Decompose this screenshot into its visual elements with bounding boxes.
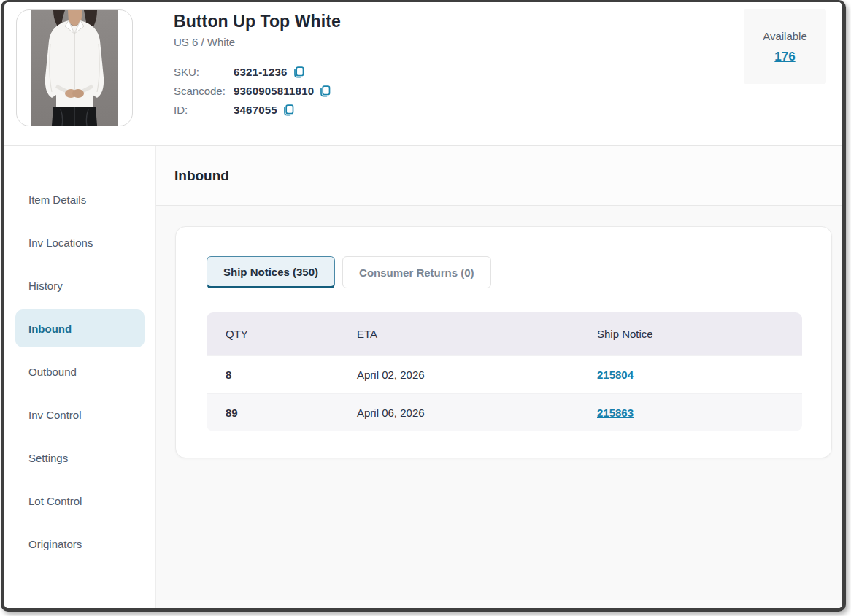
sidebar-item-inv-control[interactable]: Inv Control [15, 396, 145, 434]
sidebar-item-lot-control[interactable]: Lot Control [15, 482, 145, 520]
ship-notices-table: QTY ETA Ship Notice 8 April 02, 2026 215… [207, 312, 802, 431]
product-photo [16, 9, 133, 126]
sidebar-item-originators[interactable]: Originators [15, 525, 145, 563]
content-area: Ship Notices (350) Consumer Returns (0) … [156, 206, 842, 608]
sidebar-item-settings[interactable]: Settings [15, 439, 145, 477]
column-header-ship-notice: Ship Notice [597, 312, 802, 355]
sidebar: Item Details Inv Locations History Inbou… [4, 146, 156, 608]
table-header-row: QTY ETA Ship Notice [207, 312, 802, 355]
copy-scancode-button[interactable] [319, 85, 331, 97]
product-photo-illustration [31, 10, 118, 126]
sidebar-item-history[interactable]: History [15, 266, 145, 304]
main-pane: Inbound Ship Notices (350) Consumer Retu… [156, 146, 842, 608]
qty-cell: 89 [207, 393, 357, 431]
sidebar-item-outbound[interactable]: Outbound [15, 353, 145, 390]
ship-notice-link[interactable]: 215863 [597, 407, 634, 419]
copy-id-button[interactable] [282, 104, 294, 116]
eta-cell: April 06, 2026 [357, 393, 597, 431]
product-id-fields: SKU: 6321-1236 Scancode: 9360905811810 [174, 66, 341, 116]
copy-icon [319, 85, 331, 97]
id-value: 3467055 [234, 104, 277, 116]
table-row: 89 April 06, 2026 215863 [207, 393, 802, 431]
table-row: 8 April 02, 2026 215804 [207, 355, 802, 393]
column-header-eta: ETA [357, 312, 597, 355]
inbound-card: Ship Notices (350) Consumer Returns (0) … [175, 226, 832, 458]
column-header-qty: QTY [207, 312, 357, 355]
sidebar-item-item-details[interactable]: Item Details [15, 180, 145, 218]
available-label: Available [763, 30, 807, 42]
copy-sku-button[interactable] [293, 66, 304, 78]
qty-cell: 8 [207, 355, 357, 393]
available-count-link[interactable]: 176 [774, 50, 795, 64]
id-label: ID: [174, 104, 234, 116]
sku-label: SKU: [174, 66, 234, 78]
ship-notice-link[interactable]: 215804 [597, 369, 634, 381]
copy-icon [293, 66, 304, 78]
tab-ship-notices[interactable]: Ship Notices (350) [207, 256, 335, 288]
sidebar-item-inv-locations[interactable]: Inv Locations [15, 223, 145, 261]
sidebar-item-inbound[interactable]: Inbound [15, 309, 145, 347]
scancode-label: Scancode: [174, 85, 234, 97]
eta-cell: April 02, 2026 [357, 355, 597, 393]
product-variant: US 6 / White [174, 36, 341, 48]
scancode-value: 9360905811810 [234, 85, 314, 97]
tab-consumer-returns[interactable]: Consumer Returns (0) [342, 256, 491, 288]
page-title: Inbound [174, 168, 229, 184]
app-window: Button Up Top White US 6 / White SKU: 63… [1, 0, 846, 612]
page-title-band: Inbound [156, 146, 842, 206]
inbound-tabs: Ship Notices (350) Consumer Returns (0) [207, 256, 801, 288]
product-header: Button Up Top White US 6 / White SKU: 63… [4, 2, 842, 146]
sku-value: 6321-1236 [234, 66, 288, 78]
product-info: Button Up Top White US 6 / White SKU: 63… [174, 9, 341, 116]
product-title: Button Up Top White [174, 12, 341, 31]
copy-icon [282, 104, 294, 116]
available-summary: Available 176 [744, 9, 826, 84]
